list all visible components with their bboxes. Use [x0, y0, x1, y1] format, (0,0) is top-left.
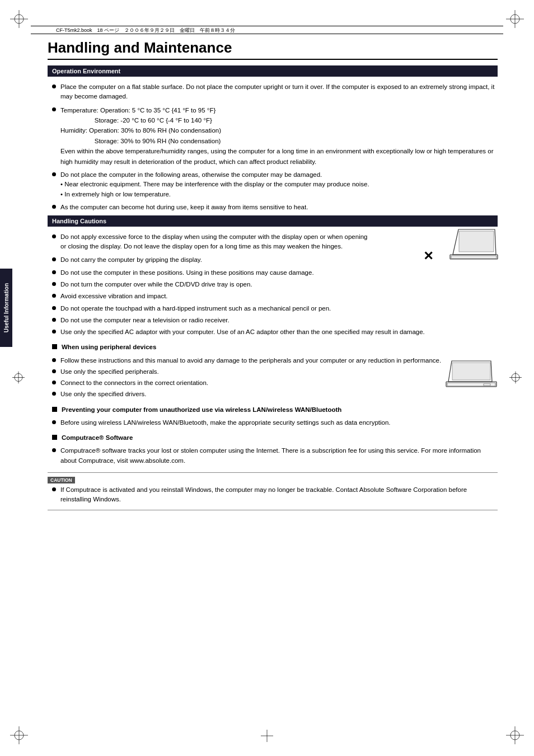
corner-tr-mark: [506, 10, 524, 30]
caution-bottom-line: [48, 510, 498, 510]
caution-section: CAUTION If Computrace is activated and y…: [48, 472, 498, 511]
per-bullet-4-text: Use only the specified drivers.: [60, 389, 146, 399]
bullet-dot: [52, 107, 56, 111]
wireless-heading: Preventing your computer from unauthoriz…: [48, 405, 498, 415]
hc-bullet-1-text: Do not apply excessive force to the disp…: [60, 232, 372, 252]
op-bullet-2-text: Temperature: Operation: 5 °C to 35 °C {4…: [60, 105, 498, 167]
bullet-dot: [52, 282, 56, 286]
page-title-container: Handling and Maintenance: [48, 39, 498, 60]
peripheral-heading: When using peripheral devices: [48, 342, 498, 352]
bullet-dot: [52, 294, 56, 298]
op-bullet-3: Do not place the computer in the followi…: [48, 170, 498, 199]
hc-bullet-6: Do not operate the touchpad with a hard-…: [48, 304, 498, 313]
bullet-dot: [52, 306, 56, 310]
operation-environment-header: Operation Environment: [48, 65, 498, 77]
hc-bullet-8: Use only the specified AC adaptor with y…: [48, 327, 498, 337]
handling-cautions-section: Handling Cautions ✕: [48, 215, 498, 510]
op-bullet-4-text: As the computer can become hot during us…: [60, 203, 308, 212]
bullet-dot: [52, 448, 56, 452]
laptop-image-2: [439, 350, 498, 397]
bullet-dot: [52, 420, 56, 424]
per-bullet-1-text: Follow these instructions and this manua…: [60, 356, 441, 365]
square-bullet-peripheral: [52, 344, 57, 349]
sidebar-label-text: Useful Information: [3, 283, 10, 332]
header-top-line: [31, 26, 503, 26]
svg-rect-21: [451, 256, 496, 259]
sidebar-useful-information: Useful Information: [0, 269, 12, 347]
hc-bullet-4-text: Do not turn the computer over while the …: [60, 280, 252, 289]
center-right-mark: [509, 371, 522, 385]
hc-bullet-7: Do not use the computer near a televisio…: [48, 316, 498, 325]
hc-bullet-1: Do not apply excessive force to the disp…: [48, 232, 372, 252]
hc-bullet-5: Avoid excessive vibration and impact.: [48, 292, 498, 301]
caution-badge: CAUTION: [48, 477, 75, 483]
hc-bullet-3-text: Do not use the computer in these positio…: [60, 268, 314, 278]
hc-bullet-5-text: Avoid excessive vibration and impact.: [60, 292, 168, 301]
center-left-mark: [12, 371, 25, 385]
hc-bullet-4: Do not turn the computer over while the …: [48, 280, 498, 289]
hc-bullet-2-text: Do not carry the computer by gripping th…: [60, 255, 202, 265]
bullet-dot: [52, 318, 56, 322]
bullet-dot: [52, 330, 56, 334]
wireless-heading-text: Preventing your computer from unauthoriz…: [62, 405, 341, 415]
handling-cautions-header: Handling Cautions: [48, 215, 498, 227]
peripheral-heading-text: When using peripheral devices: [62, 342, 156, 352]
bullet-dot: [52, 392, 56, 396]
bullet-dot: [52, 84, 56, 88]
x-mark: ✕: [423, 249, 433, 264]
main-content: Handling and Maintenance Operation Envir…: [48, 39, 498, 510]
op-bullet-4: As the computer can become hot during us…: [48, 203, 498, 212]
hc-bullet-3: Do not use the computer in these positio…: [48, 268, 498, 278]
bullet-dot: [52, 358, 56, 362]
per-bullet-2-text: Use only the specified peripherals.: [60, 367, 159, 377]
corner-br-mark: [506, 726, 524, 746]
title-underline: [48, 59, 498, 60]
caution-text: If Computrace is activated and you reins…: [60, 485, 498, 505]
hc-bullet-6-text: Do not operate the touchpad with a hard-…: [60, 304, 331, 313]
svg-rect-22: [459, 231, 494, 252]
square-bullet-computrace: [52, 435, 57, 440]
page-wrapper: CF-T5mk2.book 18 ページ ２００６年９月２９日 金曜日 午前８時…: [0, 0, 534, 756]
bullet-dot: [52, 487, 56, 491]
bullet-dot: [52, 257, 56, 261]
square-bullet-wireless: [52, 407, 57, 412]
bullet-dot: [52, 172, 56, 176]
wireless-bullet-1-text: Before using wireless LAN/wireless WAN/B…: [60, 418, 391, 428]
bullet-dot: [52, 270, 56, 274]
per-bullet-3: Connect to the connectors in the correct…: [48, 378, 498, 388]
corner-bl-mark: [10, 726, 28, 746]
wireless-bullet-1: Before using wireless LAN/wireless WAN/B…: [48, 418, 498, 428]
op-bullet-2: Temperature: Operation: 5 °C to 35 °C {4…: [48, 105, 498, 167]
page-title: Handling and Maintenance: [48, 39, 498, 57]
bullet-dot: [52, 205, 56, 209]
bullet-dot: [52, 234, 56, 238]
per-bullet-2: Use only the specified peripherals.: [48, 367, 498, 377]
op-bullet-1-text: Place the computer on a flat stable surf…: [60, 82, 498, 102]
center-bottom-mark: [261, 730, 273, 744]
operation-environment-section: Operation Environment Place the computer…: [48, 65, 498, 212]
caution-badge-container: CAUTION: [48, 475, 498, 483]
op-bullet-1: Place the computer on a flat stable surf…: [48, 82, 498, 102]
bullet-dot: [52, 369, 56, 373]
header-text: CF-T5mk2.book 18 ページ ２００６年９月２９日 金曜日 午前８時…: [56, 27, 235, 34]
computrace-heading: Computrace® Software: [48, 433, 498, 443]
hc-bullet-7-text: Do not use the computer near a televisio…: [60, 316, 229, 325]
computrace-bullet-1: Computrace® software tracks your lost or…: [48, 446, 498, 466]
op-bullet-3-text: Do not place the computer in the followi…: [60, 170, 369, 199]
corner-tl-mark: [10, 10, 28, 30]
hc-bullet-8-text: Use only the specified AC adaptor with y…: [60, 327, 425, 337]
per-bullet-1: Follow these instructions and this manua…: [48, 356, 498, 365]
caution-bullet-1: If Computrace is activated and you reins…: [48, 485, 498, 505]
per-bullet-3-text: Connect to the connectors in the correct…: [60, 378, 208, 388]
computrace-bullet-1-text: Computrace® software tracks your lost or…: [60, 446, 498, 466]
laptop-image-1: [439, 221, 498, 267]
computrace-heading-text: Computrace® Software: [62, 433, 133, 443]
svg-rect-25: [452, 363, 490, 380]
bullet-dot: [52, 381, 56, 384]
svg-rect-26: [484, 384, 490, 386]
per-bullet-4: Use only the specified drivers.: [48, 389, 498, 399]
